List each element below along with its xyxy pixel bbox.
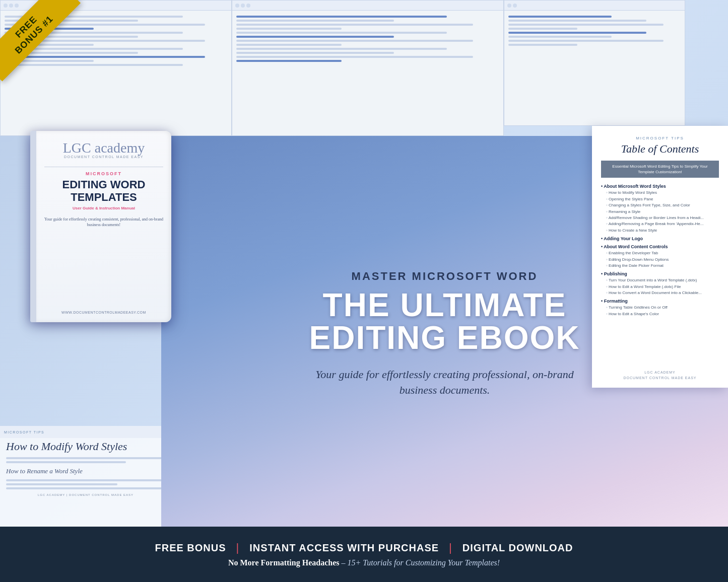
toc-item: Turning Table Gridlines On or Off bbox=[606, 305, 719, 310]
promo-subtitle: MASTER MICROSOFT WORD bbox=[299, 270, 591, 283]
footer-bar: FREE BONUS | INSTANT ACCESS WITH PURCHAS… bbox=[0, 527, 728, 582]
toc-tag: MICROSOFT TIPS bbox=[601, 136, 719, 140]
footer-item-1: FREE BONUS bbox=[155, 542, 226, 554]
promo-title-line2: EDITING EBOOK bbox=[299, 321, 591, 355]
toc-title: Table of Contents bbox=[601, 142, 719, 156]
toc-item: How to Create a New Style bbox=[606, 228, 719, 233]
book-category: MICROSOFT bbox=[44, 171, 163, 176]
bg-tile-3 bbox=[504, 0, 685, 126]
book-cover-inner: LGC academy document control made easy M… bbox=[36, 131, 171, 322]
toc-item: How to Edit a Word Template (.dotx) File bbox=[606, 284, 719, 289]
book-logo-text: LGC academy bbox=[44, 141, 163, 155]
book-title-sub: User Guide & Instruction Manual bbox=[44, 206, 163, 210]
toc-item: How to Modify Word Styles bbox=[606, 190, 719, 195]
toc-item: Renaming a Style bbox=[606, 209, 719, 214]
toc-item: Editing the Date Picker Format bbox=[606, 263, 719, 268]
promo-title-line1: THE ULTIMATE bbox=[299, 289, 591, 321]
toc-item: Editing Drop-Down Menu Options bbox=[606, 257, 719, 262]
footer-sub-text: No More Formatting Headaches – 15+ Tutor… bbox=[228, 558, 500, 567]
footer-sub-suffix: – 15+ Tutorials for Customizing Your Tem… bbox=[341, 558, 500, 567]
book-title: EDITING WORD TEMPLATES bbox=[44, 178, 163, 204]
toc-item: Changing a Styles Font Type, Size, and C… bbox=[606, 203, 719, 208]
toc-section: • About Microsoft Word Styles bbox=[601, 184, 719, 189]
book-logo: LGC academy document control made easy bbox=[44, 141, 163, 159]
footer-item-3: DIGITAL DOWNLOAD bbox=[462, 542, 573, 554]
toc-section: • About Word Content Controls bbox=[601, 244, 719, 249]
toc-item: Add/Remove Shading or Border Lines from … bbox=[606, 215, 719, 221]
footer-sub-strong: No More Formatting Headaches bbox=[228, 558, 340, 567]
toc-section: • Adding Your Logo bbox=[601, 236, 719, 241]
book-logo-subtitle: document control made easy bbox=[44, 155, 163, 159]
book-cover: LGC academy document control made easy M… bbox=[30, 131, 171, 322]
toc-banner: Essential Microsoft Word Editing Tips to… bbox=[601, 161, 719, 178]
toc-footer-line1: LGC ACADEMY bbox=[592, 370, 728, 375]
toc-item: Adding/Removing a Page Break from 'Appen… bbox=[606, 222, 719, 227]
footer-main-text: FREE BONUS | INSTANT ACCESS WITH PURCHAS… bbox=[155, 541, 573, 554]
toc-section: • Formatting bbox=[601, 299, 719, 304]
bg-panel-bottom-left: MICROSOFT TIPS How to Modify Word Styles… bbox=[0, 426, 171, 527]
toc-item: Opening the Styles Pane bbox=[606, 197, 719, 202]
toc-footer: LGC ACADEMY DOCUMENT CONTROL MADE EASY bbox=[592, 370, 728, 381]
free-bonus-ribbon-container: FREE BONUS #1 bbox=[0, 0, 101, 101]
bg-tile-2 bbox=[232, 0, 504, 136]
book-url: WWW.DOCUMENTCONTROLMADEEASY.COM bbox=[44, 311, 163, 314]
toc-footer-line2: DOCUMENT CONTROL MADE EASY bbox=[592, 375, 728, 381]
footer-item-2: INSTANT ACCESS WITH PURCHASE bbox=[249, 542, 439, 554]
toc-sections: • About Microsoft Word StylesHow to Modi… bbox=[601, 184, 719, 317]
footer-divider-2: | bbox=[449, 541, 452, 554]
promo-text-block: MASTER MICROSOFT WORD THE ULTIMATE EDITI… bbox=[269, 250, 621, 418]
toc-section: • Publishing bbox=[601, 271, 719, 276]
free-bonus-ribbon: FREE BONUS #1 bbox=[0, 0, 81, 82]
toc-item: Enabling the Developer Tab bbox=[606, 251, 719, 256]
footer-divider-1: | bbox=[236, 541, 240, 554]
book-divider bbox=[44, 167, 163, 167]
toc-page: MICROSOFT TIPS Table of Contents Essenti… bbox=[592, 126, 728, 388]
toc-item: Turn Your Document into a Word Template … bbox=[606, 278, 719, 283]
toc-item: How to Convert a Word Document into a Cl… bbox=[606, 290, 719, 296]
book-description: Your guide for effortlessly creating con… bbox=[44, 216, 163, 307]
toc-item: How to Edit a Shape's Color bbox=[606, 312, 719, 317]
promo-description: Your guide for effortlessly creating pro… bbox=[299, 367, 591, 398]
